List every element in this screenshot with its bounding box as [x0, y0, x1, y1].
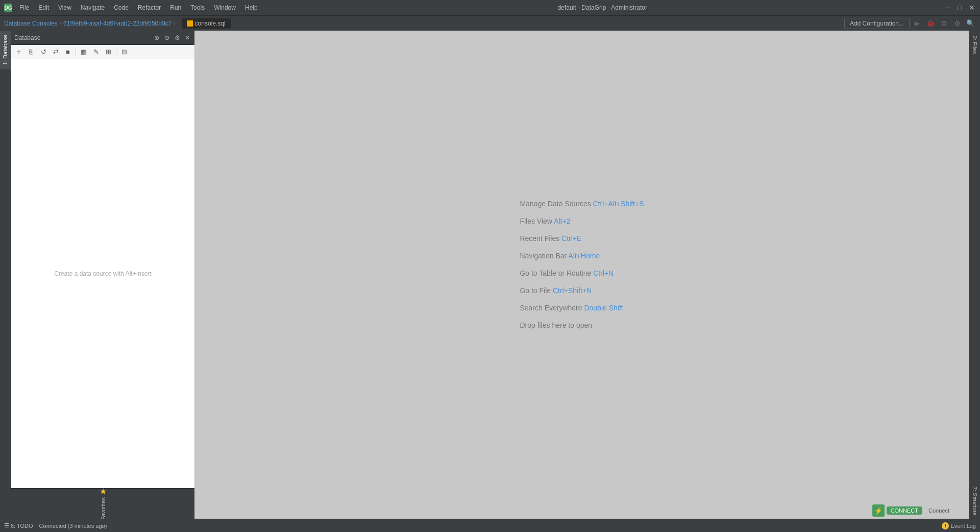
db-edit-button[interactable]: ✎: [90, 46, 102, 58]
hint-recent-files: Recent Files Ctrl+E: [520, 234, 644, 243]
sidebar-item-database[interactable]: 1: Database: [0, 31, 11, 69]
database-toolbar: + ⎘ ↺ ⇄ ■ ▦ ✎ ⊞ ⊟: [11, 45, 194, 59]
panel-collapse-icon[interactable]: ⊖: [163, 34, 171, 42]
hint-manage-text: Manage Data Sources: [520, 200, 591, 208]
hint-manage-data-sources: Manage Data Sources Ctrl+Alt+Shift+S: [520, 200, 644, 208]
hint-file-text: Go to File: [520, 286, 551, 295]
panel-add-icon[interactable]: ⊕: [153, 34, 161, 42]
profile-button[interactable]: ⊙: [951, 18, 963, 29]
hint-search-everywhere: Search Everywhere Double Shift: [520, 304, 644, 312]
console-tab-label: console.sql: [195, 20, 226, 27]
menu-edit[interactable]: Edit: [34, 3, 53, 12]
hint-search-shortcut: Double Shift: [584, 304, 623, 312]
db-ddl-button[interactable]: ⊞: [103, 46, 114, 58]
title-bar: DG File Edit View Navigate Code Refactor…: [0, 0, 980, 15]
content-area: Manage Data Sources Ctrl+Alt+Shift+S Fil…: [195, 31, 969, 519]
db-add-button[interactable]: +: [13, 46, 24, 58]
status-left: ☰ 6: TODO Connected (3 minutes ago): [4, 522, 107, 529]
db-copy-button[interactable]: ⎘: [26, 46, 37, 58]
favorites-star-icon[interactable]: ★: [100, 487, 107, 496]
db-sync-button[interactable]: ⇄: [50, 46, 61, 58]
menu-refactor[interactable]: Refactor: [134, 3, 165, 12]
breadcrumb: Database Consoles › 61f9efb9-aaaf-4d6f-a…: [4, 18, 231, 29]
right-tab-strip: 2: Files 7: Structure: [969, 31, 980, 519]
coverage-button[interactable]: ⊙: [938, 18, 949, 29]
menu-file[interactable]: File: [15, 3, 33, 12]
console-tab[interactable]: console.sql: [182, 18, 231, 29]
hint-file-shortcut: Ctrl+Shift+N: [553, 286, 592, 295]
window-controls: ─ □ ✕: [943, 4, 976, 12]
panel-close-icon[interactable]: ✕: [183, 34, 191, 42]
minimize-button[interactable]: ─: [943, 4, 951, 12]
breadcrumb-uuid[interactable]: 61f9efb9-aaaf-4d6f-aab2-22df9550b0c7: [63, 20, 172, 27]
database-panel: Database ⊕ ⊖ ⚙ ✕ + ⎘ ↺ ⇄ ■ ▦ ✎ ⊞: [11, 31, 195, 519]
hint-drop-text: Drop files here to open: [520, 321, 592, 329]
left-tab-strip: 1: Database: [0, 31, 11, 519]
connect-label: Connect: [924, 506, 953, 515]
breadcrumb-databases[interactable]: Database Consoles: [4, 20, 58, 27]
close-button[interactable]: ✕: [968, 4, 976, 12]
hint-recent-shortcut: Ctrl+E: [561, 234, 581, 243]
title-bar-left: DG File Edit View Navigate Code Refactor…: [4, 3, 262, 12]
database-panel-title: Database: [14, 34, 40, 41]
menu-tools[interactable]: Tools: [186, 3, 209, 12]
status-bar: ☰ 6: TODO Connected (3 minutes ago) ! Ev…: [0, 519, 980, 532]
db-separator-2: [116, 49, 116, 56]
window-title: default - DataGrip - Administrator: [558, 4, 647, 11]
hint-table-text: Go to Table or Routine: [520, 269, 591, 277]
connection-status[interactable]: Connected (3 minutes ago): [39, 523, 107, 529]
connection-status-pill[interactable]: CONNECT: [887, 506, 922, 515]
hint-manage-shortcut: Ctrl+Alt+Shift+S: [593, 200, 644, 208]
main-area: 1: Database Database ⊕ ⊖ ⚙ ✕ + ⎘ ↺ ⇄: [0, 31, 980, 519]
menu-view[interactable]: View: [54, 3, 76, 12]
db-table-button[interactable]: ▦: [78, 46, 89, 58]
add-configuration-button[interactable]: Add Configuration...: [844, 18, 910, 29]
connection-status-label: Connected (3 minutes ago): [39, 523, 107, 529]
hint-files-shortcut: Alt+2: [554, 217, 570, 225]
favorites-strip: ★ Favorites: [11, 488, 194, 519]
event-log-button[interactable]: ! Event Log: [942, 522, 976, 529]
db-filter-button[interactable]: ⊟: [118, 46, 130, 58]
menu-help[interactable]: Help: [241, 3, 262, 12]
bottom-status-area: ⚡ CONNECT Connect: [868, 502, 958, 519]
breadcrumb-sep1: ›: [60, 20, 61, 26]
todo-label: 6: TODO: [11, 523, 33, 529]
db-separator-1: [76, 49, 76, 56]
sidebar-item-structure[interactable]: 7: Structure: [970, 483, 979, 519]
run-button[interactable]: ▶: [912, 18, 923, 29]
menu-code[interactable]: Code: [110, 3, 133, 12]
todo-icon: ☰: [4, 522, 9, 529]
debug-button[interactable]: 🐞: [925, 18, 936, 29]
menu-navigate[interactable]: Navigate: [77, 3, 109, 12]
database-empty-state: Create a data source with Alt+Insert: [11, 59, 194, 488]
hint-nav-text: Navigation Bar: [520, 252, 567, 260]
menu-window[interactable]: Window: [210, 3, 240, 12]
hint-go-to-file: Go to File Ctrl+Shift+N: [520, 286, 644, 295]
search-everywhere-icon[interactable]: 🔍: [965, 18, 976, 29]
sidebar-item-files[interactable]: 2: Files: [970, 33, 979, 57]
breadcrumb-sep2: ›: [174, 20, 175, 26]
db-connect-icon[interactable]: ⚡: [872, 504, 885, 517]
nav-bar: Database Consoles › 61f9efb9-aaaf-4d6f-a…: [0, 15, 980, 31]
menu-bar: File Edit View Navigate Code Refactor Ru…: [15, 3, 262, 12]
connection-status-text: CONNECT: [891, 507, 918, 514]
panel-settings-icon[interactable]: ⚙: [173, 34, 181, 42]
favorites-label[interactable]: Favorites: [100, 497, 106, 519]
todo-panel-button[interactable]: ☰ 6: TODO: [4, 522, 33, 529]
left-panel-container: 1: Database Database ⊕ ⊖ ⚙ ✕ + ⎘ ↺ ⇄: [0, 31, 195, 519]
db-stop-button[interactable]: ■: [62, 46, 74, 58]
maximize-button[interactable]: □: [955, 4, 964, 12]
database-panel-header: Database ⊕ ⊖ ⚙ ✕: [11, 31, 194, 45]
hint-files-text: Files View: [520, 217, 552, 225]
hint-navigation-bar: Navigation Bar Alt+Home: [520, 252, 644, 260]
hint-recent-text: Recent Files: [520, 234, 559, 243]
hint-go-to-table: Go to Table or Routine Ctrl+N: [520, 269, 644, 277]
hint-table-shortcut: Ctrl+N: [593, 269, 614, 277]
hint-list: Manage Data Sources Ctrl+Alt+Shift+S Fil…: [520, 200, 644, 329]
warning-icon: !: [942, 522, 949, 529]
panel-header-icons: ⊕ ⊖ ⚙ ✕: [153, 34, 191, 42]
menu-run[interactable]: Run: [166, 3, 185, 12]
hint-drop-files: Drop files here to open: [520, 321, 644, 329]
hint-nav-shortcut: Alt+Home: [568, 252, 600, 260]
db-refresh-button[interactable]: ↺: [38, 46, 49, 58]
